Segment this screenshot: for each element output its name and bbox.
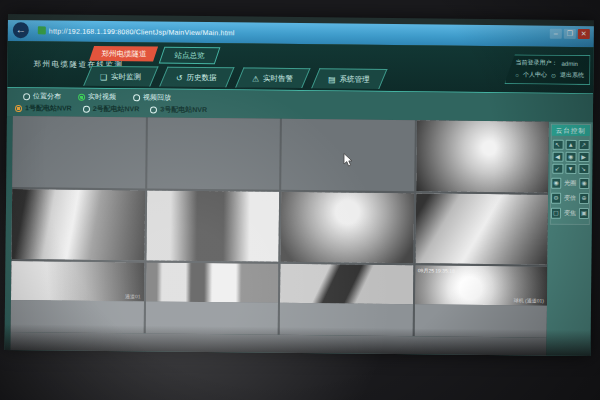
camera-osd-label: 通道01 [125, 293, 141, 299]
camera-cell-12[interactable]: 09月25 19:35:18 球机 (通道01) [414, 266, 547, 338]
camera-osd-label: 球机 (通道01) [514, 298, 544, 304]
photo-of-monitor: { "browser": { "url": "http://192.168.1.… [0, 0, 600, 400]
camera-feed [11, 189, 144, 261]
alarm-icon: ⚠ [252, 74, 259, 83]
surveillance-page: 郑州电缆隧道在线监测 郑州电缆隧道 站点总览 ❏ 实时监测 ↺ 历史数据 [4, 41, 593, 356]
nvr-radios: 1号配电站NVR 2号配电站NVR 3号配电站NVR [15, 103, 207, 115]
ptz-up-right-button[interactable]: ↗ [578, 140, 589, 150]
ptz-up-left-button[interactable]: ↖ [552, 140, 563, 150]
camera-cell-8[interactable] [415, 193, 548, 265]
address-bar[interactable]: http://192.168.1.199:8080/ClientJsp/Main… [38, 26, 235, 36]
power-icon: ⊙ [551, 72, 556, 79]
close-button[interactable]: ✕ [578, 29, 590, 39]
logout-link[interactable]: 退出系统 [560, 71, 584, 80]
view-mode-radios: 位置分布 实时视频 视频回放 [23, 91, 171, 103]
ptz-sidebar: 云台控制 ↖ ▲ ↗ ◀ ◉ ▶ ↙ ▼ ↘ ◉ 光圈 ◉ [546, 122, 592, 356]
letterbox [145, 302, 278, 335]
camera-feed: 通道01 [11, 261, 144, 301]
letterbox [11, 300, 144, 333]
ptz-panel: 云台控制 ↖ ▲ ↗ ◀ ◉ ▶ ↙ ▼ ↘ ◉ 光圈 ◉ [550, 124, 591, 225]
ptz-direction-pad: ↖ ▲ ↗ ◀ ◉ ▶ ↙ ▼ ↘ [551, 140, 589, 174]
radio-nvr-1[interactable]: 1号配电站NVR [15, 103, 72, 114]
radio-icon [15, 105, 22, 112]
monitor-screen: ← http://192.168.1.199:8080/ClientJsp/Ma… [4, 14, 593, 356]
zoom-in-button[interactable]: ⊕ [579, 193, 589, 204]
menu-system-manage[interactable]: ▤ 系统管理 [311, 68, 387, 89]
radio-nvr-3[interactable]: 3号配电站NVR [150, 104, 207, 115]
camera-feed: 09月25 19:35:18 球机 (通道01) [414, 266, 547, 306]
menu-realtime-alarm[interactable]: ⚠ 实时告警 [235, 67, 310, 88]
ptz-center-button[interactable]: ◉ [565, 152, 576, 162]
camera-feed [146, 190, 279, 262]
letterbox [280, 303, 413, 336]
ptz-iris-row: ◉ 光圈 ◉ [551, 178, 589, 189]
radio-icon [133, 94, 140, 101]
radio-icon [83, 105, 90, 112]
login-user: 当前登录用户：admin [515, 58, 585, 68]
window-controls: – ❐ ✕ [550, 29, 590, 39]
main-menu: ❏ 实时监测 ↺ 历史数据 ⚠ 实时告警 [87, 66, 383, 89]
camera-cell-11[interactable] [280, 264, 413, 336]
ptz-down-right-button[interactable]: ↘ [578, 164, 589, 174]
ptz-zoom-row: ⊖ 变倍 ⊕ [551, 193, 589, 204]
letterbox [414, 304, 547, 337]
camera-grid: 通道01 09月25 19:35:18 球机 (通道01) [11, 116, 549, 338]
url-text: http://192.168.1.199:8080/ClientJsp/Main… [49, 27, 235, 36]
browser-back-icon[interactable]: ← [13, 22, 29, 38]
minimize-button[interactable]: – [550, 29, 562, 39]
iris-plus-button[interactable]: ◉ [579, 178, 589, 189]
radio-icon [23, 93, 30, 100]
camera-cell-9[interactable]: 通道01 [11, 261, 144, 333]
camera-cell-7[interactable] [280, 192, 413, 264]
ptz-up-button[interactable]: ▲ [565, 140, 576, 150]
radio-live-video[interactable]: 实时视频 [78, 92, 116, 102]
monitor-icon: ❏ [100, 72, 107, 81]
camera-cell-5[interactable] [11, 189, 144, 261]
ptz-right-button[interactable]: ▶ [578, 152, 589, 162]
focus-minus-button[interactable]: ▢ [551, 208, 561, 219]
menu-history-data[interactable]: ↺ 历史数据 [159, 67, 234, 88]
tab-site-overview[interactable]: 站点总览 [159, 47, 221, 65]
radio-location-map[interactable]: 位置分布 [23, 91, 61, 101]
camera-cell-4[interactable] [416, 120, 549, 192]
ptz-down-button[interactable]: ▼ [565, 164, 576, 174]
radio-icon [150, 106, 157, 113]
mouse-cursor [343, 153, 353, 171]
camera-feed [280, 192, 413, 264]
camera-feed [415, 193, 548, 265]
camera-cell-2[interactable] [147, 117, 280, 189]
zoom-out-button[interactable]: ⊖ [551, 193, 561, 204]
radio-video-playback[interactable]: 视频回放 [133, 92, 171, 102]
personal-center-link[interactable]: 个人中心 [523, 70, 547, 79]
ptz-down-left-button[interactable]: ↙ [552, 164, 563, 174]
focus-plus-button[interactable]: ▣ [579, 208, 589, 219]
history-icon: ↺ [176, 73, 183, 82]
maximize-button[interactable]: ❐ [564, 29, 576, 39]
camera-feed [416, 120, 549, 192]
camera-cell-10[interactable] [145, 263, 278, 335]
camera-osd-timestamp: 09月25 19:35:18 [418, 268, 455, 274]
user-panel: 当前登录用户：admin ○ 个人中心 ⊙ 退出系统 [504, 54, 590, 85]
camera-cell-1[interactable] [12, 116, 145, 188]
radio-nvr-2[interactable]: 2号配电站NVR [83, 104, 140, 115]
camera-feed [280, 264, 413, 304]
camera-feed [145, 263, 278, 303]
ptz-left-button[interactable]: ◀ [552, 152, 563, 162]
radio-icon [78, 93, 85, 100]
page-header: 郑州电缆隧道在线监测 郑州电缆隧道 站点总览 ❏ 实时监测 ↺ 历史数据 [7, 41, 593, 94]
username: admin [561, 60, 577, 66]
list-icon: ▤ [328, 74, 336, 83]
person-icon: ○ [515, 72, 519, 78]
site-security-icon [38, 26, 46, 34]
tab-cable-tunnel[interactable]: 郑州电缆隧道 [89, 46, 158, 62]
ptz-title: 云台控制 [552, 125, 590, 136]
ptz-focus-row: ▢ 变焦 ▣ [551, 208, 589, 219]
iris-minus-button[interactable]: ◉ [551, 178, 561, 189]
camera-cell-6[interactable] [146, 190, 279, 262]
menu-realtime-monitor[interactable]: ❏ 实时监测 [83, 66, 158, 87]
